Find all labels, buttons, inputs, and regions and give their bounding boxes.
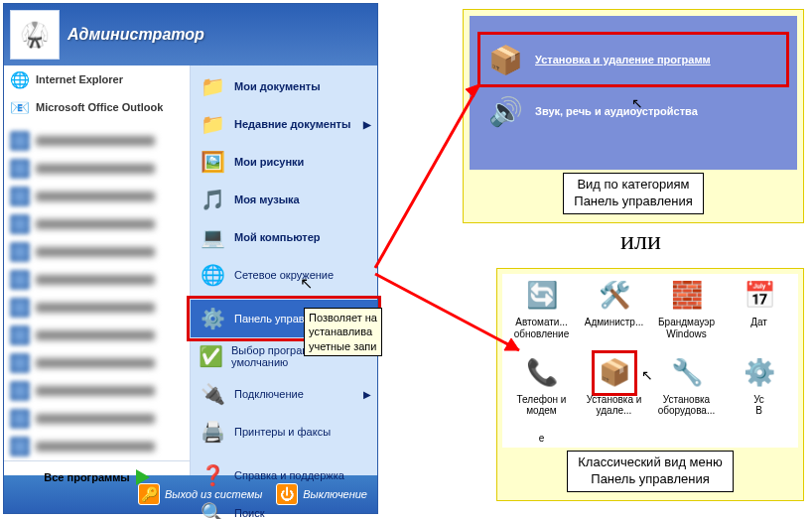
svg-line-2	[375, 274, 519, 350]
add-remove-programs-category[interactable]: 📦 Установка и удаление программ	[479, 34, 787, 85]
cursor-icon: ↖	[631, 95, 643, 111]
cv-phone-modem[interactable]: 📞Телефон и модем	[506, 355, 577, 431]
pictures-icon: 🖼️	[199, 148, 226, 176]
cv-admin[interactable]: 🛠️Администр...	[579, 278, 649, 353]
pinned-ie[interactable]: 🌐Internet Explorer	[4, 65, 190, 93]
defaults-icon: ✅	[199, 342, 223, 370]
or-label: или	[620, 226, 661, 256]
printer-icon: 🖨️	[199, 418, 226, 446]
start-body: 🌐Internet Explorer 📧Microsoft Office Out…	[4, 65, 377, 475]
category-view-inner: 📦 Установка и удаление программ 🔊 Звук, …	[470, 16, 797, 170]
mru-item[interactable]	[4, 183, 190, 210]
cv-add-remove[interactable]: 📦Установка и удале...	[579, 355, 649, 431]
logoff-icon: 🔑	[138, 483, 160, 505]
cv-hardware[interactable]: 🔧Установка оборудова...	[651, 355, 722, 431]
mru-item[interactable]	[4, 349, 190, 377]
annotation-arrow	[370, 266, 534, 365]
date-icon: 📅	[742, 278, 777, 314]
my-computer[interactable]: 💻Мой компьютер	[191, 218, 377, 256]
outlook-icon: 📧	[10, 97, 30, 117]
username-label: Администратор	[68, 26, 204, 44]
mru-item[interactable]	[4, 322, 190, 349]
annotation-arrow	[370, 69, 499, 278]
sound-label: Звук, речь и аудиоустройства	[535, 105, 698, 117]
music-icon: 🎵	[199, 186, 226, 213]
tooltip: Позволяет на устанавлива учетные запи	[304, 308, 382, 356]
folder-icon: 📁	[199, 72, 226, 100]
addremove-label: Установка и удаление программ	[535, 54, 711, 65]
help-support[interactable]: ❓Справка и поддержка	[191, 456, 377, 494]
control-panel-icon: ⚙️	[199, 305, 226, 332]
cv-firewall[interactable]: 🧱Брандмауэр Windows	[651, 278, 722, 353]
item-icon: ⚙️	[742, 355, 777, 391]
computer-icon: 💻	[199, 223, 226, 251]
start-menu: 🥋 Администратор 🌐Internet Explorer 📧Micr…	[3, 3, 378, 514]
addremove-icon: 📦	[597, 355, 632, 391]
mru-item[interactable]	[4, 155, 190, 183]
cv-other[interactable]: ⚙️Ус В	[724, 355, 794, 431]
mru-item[interactable]	[4, 238, 190, 266]
search[interactable]: 🔍Поиск	[191, 494, 377, 519]
connections[interactable]: 🔌Подключение▶	[191, 375, 377, 413]
classic-view-panel: 🔄Автомати... обновление 🛠️Администр... 🧱…	[496, 268, 804, 501]
my-documents[interactable]: 📁Мои документы	[191, 67, 377, 105]
mru-item[interactable]	[4, 210, 190, 238]
pinned-outlook[interactable]: 📧Microsoft Office Outlook	[4, 93, 190, 121]
mru-item[interactable]	[4, 433, 190, 460]
start-right-pane: 📁Мои документы 📁Недавние документы▶ 🖼️Мо…	[191, 65, 377, 475]
folder-icon: 📁	[199, 110, 226, 138]
network-icon: 🌐	[199, 261, 226, 289]
chevron-right-icon: ▶	[363, 389, 371, 400]
cv-ellipsis: е	[506, 433, 577, 445]
admin-icon: 🛠️	[597, 278, 632, 314]
mru-item[interactable]	[4, 294, 190, 322]
mru-item[interactable]	[4, 405, 190, 433]
user-avatar: 🥋	[10, 10, 60, 60]
cursor-icon: ↖	[641, 367, 653, 383]
mru-item[interactable]	[4, 266, 190, 294]
start-left-pane: 🌐Internet Explorer 📧Microsoft Office Out…	[4, 65, 191, 475]
hardware-icon: 🔧	[669, 355, 705, 391]
mru-item[interactable]	[4, 127, 190, 155]
help-icon: ❓	[199, 461, 226, 489]
classic-view-inner: 🔄Автомати... обновление 🛠️Администр... 🧱…	[502, 274, 798, 448]
my-music[interactable]: 🎵Моя музыка	[191, 181, 377, 218]
search-icon: 🔍	[199, 499, 226, 519]
panel-caption: Вид по категориям Панель управления	[563, 173, 703, 214]
mru-item[interactable]	[4, 377, 190, 405]
ie-icon: 🌐	[10, 69, 30, 89]
firewall-icon: 🧱	[669, 278, 705, 314]
cv-date[interactable]: 📅Дат	[724, 278, 794, 353]
connection-icon: 🔌	[199, 380, 226, 408]
category-view-panel: 📦 Установка и удаление программ 🔊 Звук, …	[463, 9, 804, 223]
start-header: 🥋 Администратор	[4, 4, 377, 65]
sound-category[interactable]: 🔊 Звук, речь и аудиоустройства	[479, 85, 787, 137]
network-places[interactable]: 🌐Сетевое окружение	[191, 256, 377, 294]
svg-line-0	[375, 84, 479, 268]
recent-documents[interactable]: 📁Недавние документы▶	[191, 105, 377, 143]
panel-caption: Классический вид меню Панель управления	[567, 451, 733, 492]
my-pictures[interactable]: 🖼️Мои рисунки	[191, 143, 377, 181]
printers-faxes[interactable]: 🖨️Принтеры и факсы	[191, 413, 377, 451]
